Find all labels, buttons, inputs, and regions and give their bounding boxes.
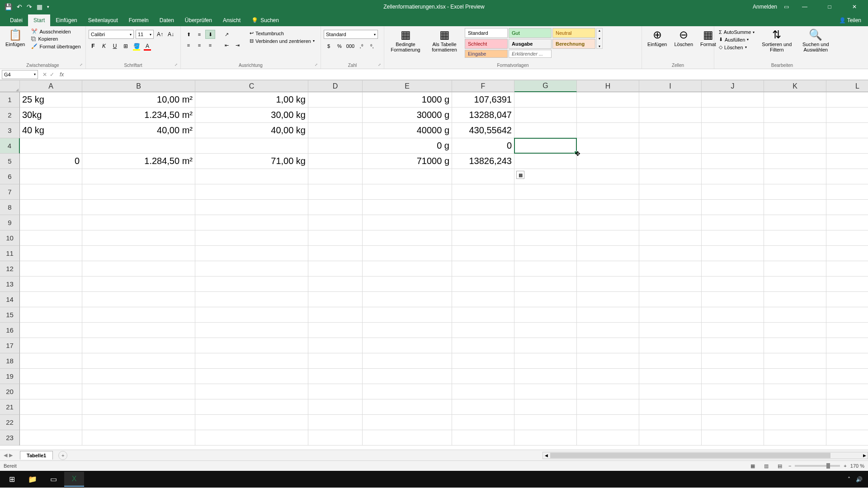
cell-D14[interactable] — [308, 292, 363, 307]
cell-F22[interactable] — [452, 415, 514, 430]
cell-C18[interactable] — [195, 353, 308, 369]
cell-E12[interactable] — [363, 261, 452, 277]
cell-L21[interactable] — [826, 399, 868, 415]
cell-I14[interactable] — [639, 292, 702, 307]
cell-H4[interactable] — [577, 138, 639, 154]
cell-C3[interactable]: 40,00 kg — [195, 123, 308, 138]
cell-B11[interactable] — [82, 246, 195, 261]
spreadsheet-grid[interactable]: ABCDEFGHIJKL 123456789101112131415161718… — [0, 80, 868, 450]
bold-button[interactable]: F — [89, 42, 98, 51]
cell-K18[interactable] — [764, 353, 826, 369]
cell-D13[interactable] — [308, 277, 363, 292]
wrap-text-button[interactable]: ↩Textumbruch — [248, 30, 316, 37]
cell-F11[interactable] — [452, 246, 514, 261]
cell-A11[interactable] — [20, 246, 82, 261]
cell-B1[interactable]: 10,00 m² — [82, 92, 195, 108]
cell-I11[interactable] — [639, 246, 702, 261]
cell-K4[interactable] — [764, 138, 826, 154]
cell-A7[interactable] — [20, 184, 82, 200]
borders-button[interactable]: ⊞ — [121, 42, 130, 51]
cell-D10[interactable] — [308, 230, 363, 246]
cell-E9[interactable] — [363, 215, 452, 230]
cell-K1[interactable] — [764, 92, 826, 108]
cell-G20[interactable] — [514, 384, 577, 399]
cell-H19[interactable] — [577, 369, 639, 384]
ribbon-display-icon[interactable]: ▭ — [784, 4, 789, 10]
cell-E4[interactable]: 0 g — [363, 138, 452, 154]
cell-C1[interactable]: 1,00 kg — [195, 92, 308, 108]
autosum-button[interactable]: ΣAutoSumme▾ — [717, 29, 756, 35]
cell-D9[interactable] — [308, 215, 363, 230]
taskbar-app-button[interactable]: ▭ — [43, 472, 63, 487]
row-header-16[interactable]: 16 — [0, 323, 20, 338]
cell-K8[interactable] — [764, 200, 826, 215]
cell-A12[interactable] — [20, 261, 82, 277]
cell-C12[interactable] — [195, 261, 308, 277]
cell-L22[interactable] — [826, 415, 868, 430]
tab-daten[interactable]: Daten — [154, 14, 179, 26]
cell-I18[interactable] — [639, 353, 702, 369]
cell-D18[interactable] — [308, 353, 363, 369]
page-layout-view-button[interactable]: ▥ — [761, 462, 771, 470]
cell-C17[interactable] — [195, 338, 308, 353]
cell-I3[interactable] — [639, 123, 702, 138]
cell-I4[interactable] — [639, 138, 702, 154]
cell-D17[interactable] — [308, 338, 363, 353]
cell-F2[interactable]: 13288,047 — [452, 108, 514, 123]
cell-A5[interactable]: 0 — [20, 154, 82, 169]
cell-G7[interactable] — [514, 184, 577, 200]
start-menu-button[interactable]: ⊞ — [2, 472, 22, 487]
cell-style-erklarender[interactable]: Erklärender ... — [509, 50, 552, 58]
cell-L23[interactable] — [826, 430, 868, 446]
format-painter-button[interactable]: 🖌️Format übertragen — [29, 43, 82, 50]
cell-H5[interactable] — [577, 154, 639, 169]
row-header-10[interactable]: 10 — [0, 230, 20, 246]
row-header-8[interactable]: 8 — [0, 200, 20, 215]
align-bottom-button[interactable]: ⬇ — [205, 30, 215, 39]
cell-D23[interactable] — [308, 430, 363, 446]
cell-H21[interactable] — [577, 399, 639, 415]
cell-L19[interactable] — [826, 369, 868, 384]
tab-start[interactable]: Start — [28, 14, 50, 26]
cell-C4[interactable] — [195, 138, 308, 154]
thousand-sep-button[interactable]: 000 — [345, 42, 355, 51]
cell-C20[interactable] — [195, 384, 308, 399]
cell-style-neutral[interactable]: Neutral — [552, 28, 595, 38]
cell-D22[interactable] — [308, 415, 363, 430]
cell-F12[interactable] — [452, 261, 514, 277]
qat-dropdown-icon[interactable]: ▾ — [47, 5, 49, 9]
cell-H15[interactable] — [577, 307, 639, 323]
column-header-G[interactable]: G — [514, 80, 577, 92]
cell-F13[interactable] — [452, 277, 514, 292]
cell-H12[interactable] — [577, 261, 639, 277]
cell-style-schlecht[interactable]: Schlecht — [465, 39, 508, 49]
italic-button[interactable]: K — [99, 42, 108, 51]
cell-J13[interactable] — [702, 277, 764, 292]
sheet-nav-next-icon[interactable]: ▶ — [9, 452, 13, 458]
zoom-out-button[interactable]: − — [788, 463, 791, 469]
cell-C7[interactable] — [195, 184, 308, 200]
decrease-indent-button[interactable]: ⇤ — [222, 41, 231, 50]
cell-B18[interactable] — [82, 353, 195, 369]
cell-F16[interactable] — [452, 323, 514, 338]
cell-C9[interactable] — [195, 215, 308, 230]
cell-D7[interactable] — [308, 184, 363, 200]
cell-B12[interactable] — [82, 261, 195, 277]
cell-J14[interactable] — [702, 292, 764, 307]
cell-C11[interactable] — [195, 246, 308, 261]
cell-H6[interactable] — [577, 169, 639, 184]
style-gallery-scroll[interactable]: ▴▾▾ — [596, 28, 603, 49]
cell-A20[interactable] — [20, 384, 82, 399]
cell-C16[interactable] — [195, 323, 308, 338]
cell-K3[interactable] — [764, 123, 826, 138]
cell-D20[interactable] — [308, 384, 363, 399]
row-header-12[interactable]: 12 — [0, 261, 20, 277]
zoom-slider[interactable] — [795, 465, 840, 467]
row-header-4[interactable]: 4 — [0, 138, 20, 154]
sheet-nav-prev-icon[interactable]: ◀ — [4, 452, 7, 458]
fill-button[interactable]: ⬇Ausfüllen▾ — [717, 36, 756, 43]
cell-J2[interactable] — [702, 108, 764, 123]
cell-G16[interactable] — [514, 323, 577, 338]
normal-view-button[interactable]: ▦ — [748, 462, 758, 470]
cell-C23[interactable] — [195, 430, 308, 446]
